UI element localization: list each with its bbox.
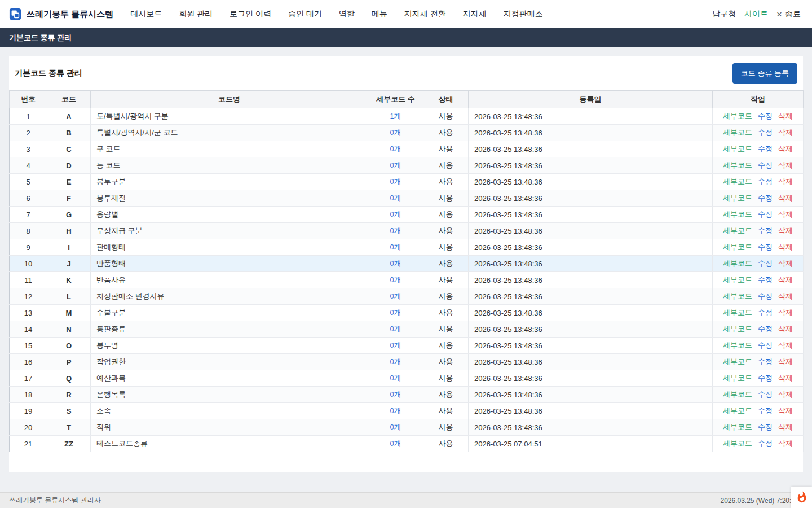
- edit-link[interactable]: 수정: [758, 177, 773, 186]
- delete-link[interactable]: 삭제: [778, 357, 793, 366]
- cell-code: R: [47, 387, 91, 403]
- detail-count-link[interactable]: 0개: [390, 128, 401, 137]
- nav-item-3[interactable]: 승인 대기: [288, 9, 322, 19]
- edit-link[interactable]: 수정: [758, 374, 773, 382]
- detail-code-link[interactable]: 세부코드: [723, 243, 752, 251]
- nav-item-4[interactable]: 역할: [339, 9, 355, 19]
- cell-status: 사용: [423, 157, 469, 174]
- cell-status: 사용: [423, 419, 469, 436]
- detail-code-link[interactable]: 세부코드: [723, 423, 752, 431]
- detail-code-link[interactable]: 세부코드: [723, 128, 752, 137]
- delete-link[interactable]: 삭제: [778, 439, 793, 448]
- delete-link[interactable]: 삭제: [778, 406, 793, 415]
- nav-item-7[interactable]: 지자체: [463, 9, 487, 19]
- edit-link[interactable]: 수정: [758, 275, 773, 284]
- detail-code-link[interactable]: 세부코드: [723, 194, 752, 202]
- delete-link[interactable]: 삭제: [778, 226, 793, 235]
- detail-count-link[interactable]: 0개: [390, 161, 401, 169]
- edit-link[interactable]: 수정: [758, 357, 773, 366]
- edit-link[interactable]: 수정: [758, 161, 773, 169]
- detail-count-link[interactable]: 0개: [390, 341, 401, 349]
- edit-link[interactable]: 수정: [758, 341, 773, 349]
- delete-link[interactable]: 삭제: [778, 341, 793, 349]
- edit-link[interactable]: 수정: [758, 210, 773, 218]
- detail-count-link[interactable]: 0개: [390, 357, 401, 366]
- nav-item-5[interactable]: 메뉴: [372, 9, 387, 19]
- detail-count-link[interactable]: 0개: [390, 406, 401, 415]
- delete-link[interactable]: 삭제: [778, 308, 793, 317]
- delete-link[interactable]: 삭제: [778, 243, 793, 251]
- detail-count-link[interactable]: 0개: [390, 226, 401, 235]
- edit-link[interactable]: 수정: [758, 439, 773, 448]
- delete-link[interactable]: 삭제: [778, 292, 793, 300]
- register-code-type-button[interactable]: 코드 종류 등록: [732, 63, 797, 84]
- delete-link[interactable]: 삭제: [778, 128, 793, 137]
- delete-link[interactable]: 삭제: [778, 390, 793, 398]
- nav-item-2[interactable]: 로그인 이력: [230, 9, 271, 19]
- detail-code-link[interactable]: 세부코드: [723, 406, 752, 415]
- edit-link[interactable]: 수정: [758, 144, 773, 153]
- detail-count-link[interactable]: 0개: [390, 390, 401, 398]
- detail-count-link[interactable]: 0개: [390, 177, 401, 186]
- detail-code-link[interactable]: 세부코드: [723, 390, 752, 398]
- detail-count-link[interactable]: 0개: [390, 210, 401, 218]
- delete-link[interactable]: 삭제: [778, 423, 793, 431]
- edit-link[interactable]: 수정: [758, 292, 773, 300]
- edit-link[interactable]: 수정: [758, 406, 773, 415]
- detail-code-link[interactable]: 세부코드: [723, 439, 752, 448]
- delete-link[interactable]: 삭제: [778, 144, 793, 153]
- detail-code-link[interactable]: 세부코드: [723, 210, 752, 218]
- edit-link[interactable]: 수정: [758, 259, 773, 268]
- site-link[interactable]: 사이트: [744, 9, 768, 19]
- delete-link[interactable]: 삭제: [778, 259, 793, 268]
- detail-code-link[interactable]: 세부코드: [723, 177, 752, 186]
- edit-link[interactable]: 수정: [758, 243, 773, 251]
- delete-link[interactable]: 삭제: [778, 177, 793, 186]
- delete-link[interactable]: 삭제: [778, 275, 793, 284]
- edit-link[interactable]: 수정: [758, 128, 773, 137]
- detail-count-link[interactable]: 0개: [390, 194, 401, 202]
- detail-code-link[interactable]: 세부코드: [723, 357, 752, 366]
- edit-link[interactable]: 수정: [758, 390, 773, 398]
- detail-code-link[interactable]: 세부코드: [723, 374, 752, 382]
- detail-count-link[interactable]: 1개: [390, 112, 401, 120]
- detail-count-link[interactable]: 0개: [390, 259, 401, 268]
- detail-count-link[interactable]: 0개: [390, 423, 401, 431]
- edit-link[interactable]: 수정: [758, 112, 773, 120]
- edit-link[interactable]: 수정: [758, 226, 773, 235]
- devtool-flame-button[interactable]: [791, 487, 812, 508]
- delete-link[interactable]: 삭제: [778, 374, 793, 382]
- detail-count-link[interactable]: 0개: [390, 325, 401, 333]
- nav-item-8[interactable]: 지정판매소: [504, 9, 543, 19]
- delete-link[interactable]: 삭제: [778, 161, 793, 169]
- detail-code-link[interactable]: 세부코드: [723, 226, 752, 235]
- delete-link[interactable]: 삭제: [778, 194, 793, 202]
- nav-item-0[interactable]: 대시보드: [130, 9, 162, 19]
- edit-link[interactable]: 수정: [758, 423, 773, 431]
- logout-button[interactable]: × 종료: [776, 9, 801, 19]
- delete-link[interactable]: 삭제: [778, 210, 793, 218]
- detail-code-link[interactable]: 세부코드: [723, 259, 752, 268]
- nav-item-6[interactable]: 지자체 전환: [404, 9, 446, 19]
- detail-code-link[interactable]: 세부코드: [723, 325, 752, 333]
- detail-code-link[interactable]: 세부코드: [723, 144, 752, 153]
- edit-link[interactable]: 수정: [758, 194, 773, 202]
- detail-count-link[interactable]: 0개: [390, 439, 401, 448]
- detail-count-link[interactable]: 0개: [390, 243, 401, 251]
- detail-code-link[interactable]: 세부코드: [723, 112, 752, 120]
- detail-code-link[interactable]: 세부코드: [723, 161, 752, 169]
- detail-count-link[interactable]: 0개: [390, 374, 401, 382]
- nav-item-1[interactable]: 회원 관리: [179, 9, 213, 19]
- delete-link[interactable]: 삭제: [778, 325, 793, 333]
- detail-code-link[interactable]: 세부코드: [723, 275, 752, 284]
- detail-count-link[interactable]: 0개: [390, 144, 401, 153]
- edit-link[interactable]: 수정: [758, 308, 773, 317]
- detail-code-link[interactable]: 세부코드: [723, 341, 752, 349]
- edit-link[interactable]: 수정: [758, 325, 773, 333]
- delete-link[interactable]: 삭제: [778, 112, 793, 120]
- detail-count-link[interactable]: 0개: [390, 275, 401, 284]
- detail-code-link[interactable]: 세부코드: [723, 292, 752, 300]
- detail-code-link[interactable]: 세부코드: [723, 308, 752, 317]
- detail-count-link[interactable]: 0개: [390, 292, 401, 300]
- detail-count-link[interactable]: 0개: [390, 308, 401, 317]
